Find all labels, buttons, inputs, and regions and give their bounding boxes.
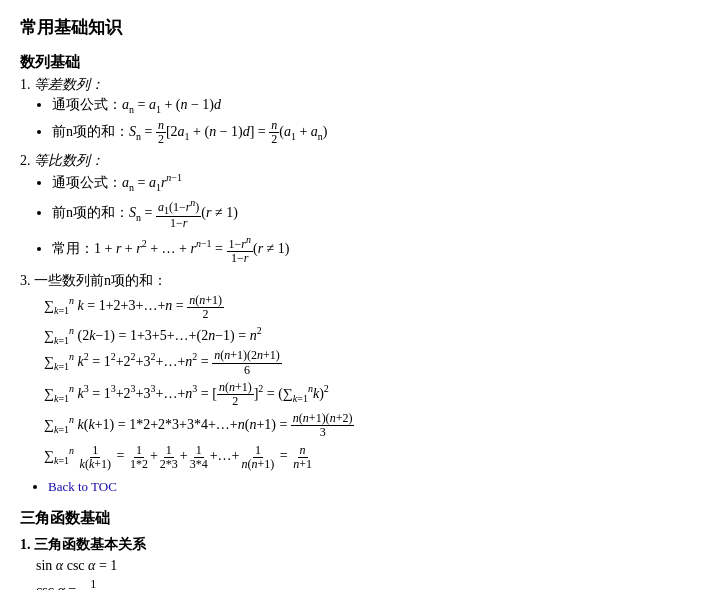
page-title: 常用基础知识 xyxy=(20,16,704,39)
arithmetic-general-term: 通项公式：an = a1 + (n − 1)d xyxy=(52,96,704,115)
sum-k: ∑k=1n k = 1+2+3+…+n = n(n+1)2 xyxy=(44,294,704,321)
arithmetic-sum: 前n项的和：Sn = n2[2a1 + (n − 1)d] = n2(a1 + … xyxy=(52,119,704,146)
sum-k2: ∑k=1n k2 = 12+22+32+…+n2 = n(n+1)(2n+1)6 xyxy=(44,349,704,376)
sum-2k-1: ∑k=1n (2k−1) = 1+3+5+…+(2n−1) = n2 xyxy=(44,325,704,345)
sum-k3: ∑k=1n k3 = 13+23+33+…+n3 = [n(n+1)2]2 = … xyxy=(44,381,704,408)
arithmetic-bullets: 通项公式：an = a1 + (n − 1)d 前n项的和：Sn = n2[2a… xyxy=(20,96,704,146)
trig-basic-relations-title: 1. 三角函数基本关系 xyxy=(20,536,704,554)
list-item-arithmetic: 1. 等差数列： 通项公式：an = a1 + (n − 1)d 前n项的和：S… xyxy=(20,76,704,146)
sum-telescoping: ∑k=1n 1k(k+1) = 11*2+12*3+13*4+…+1n(n+1)… xyxy=(44,444,704,471)
list-item-summations: 3. 一些数列前n项的和： ∑k=1n k = 1+2+3+…+n = n(n+… xyxy=(20,272,704,471)
sum-kk1: ∑k=1n k(k+1) = 1*2+2*3+3*4+…+n(n+1) = n(… xyxy=(44,412,704,439)
trig-basic-list: sin α csc α = 1 csc α = 1sin α cos α sec… xyxy=(20,558,704,590)
geometric-bullets: 通项公式：an = a1rn−1 前n项的和：Sn = a1(1−rn)1−r(… xyxy=(20,172,704,265)
sequences-section-title: 数列基础 xyxy=(20,53,704,72)
sequences-list: 1. 等差数列： 通项公式：an = a1 + (n − 1)d 前n项的和：S… xyxy=(20,76,704,471)
list-item-geometric: 2. 等比数列： 通项公式：an = a1rn−1 前n项的和：Sn = a1(… xyxy=(20,152,704,265)
geometric-general-term: 通项公式：an = a1rn−1 xyxy=(52,172,704,192)
geometric-common-formula: 常用：1 + r + r2 + … + rn−1 = 1−rn1−r(r ≠ 1… xyxy=(52,234,704,265)
summations-list: ∑k=1n k = 1+2+3+…+n = n(n+1)2 ∑k=1n (2k−… xyxy=(20,294,704,471)
trig-csc-def: csc α = 1sin α xyxy=(36,578,704,590)
back-to-toc-link[interactable]: Back to TOC xyxy=(48,479,117,494)
trig-section-title: 三角函数基础 xyxy=(20,509,704,528)
back-to-toc-list: Back to TOC xyxy=(28,479,704,495)
geometric-sum: 前n项的和：Sn = a1(1−rn)1−r(r ≠ 1) xyxy=(52,197,704,231)
trig-subsection: 1. 三角函数基本关系 sin α csc α = 1 csc α = 1sin… xyxy=(20,536,704,590)
back-to-toc-item: Back to TOC xyxy=(48,479,704,495)
trig-sin-csc: sin α csc α = 1 xyxy=(36,558,704,574)
